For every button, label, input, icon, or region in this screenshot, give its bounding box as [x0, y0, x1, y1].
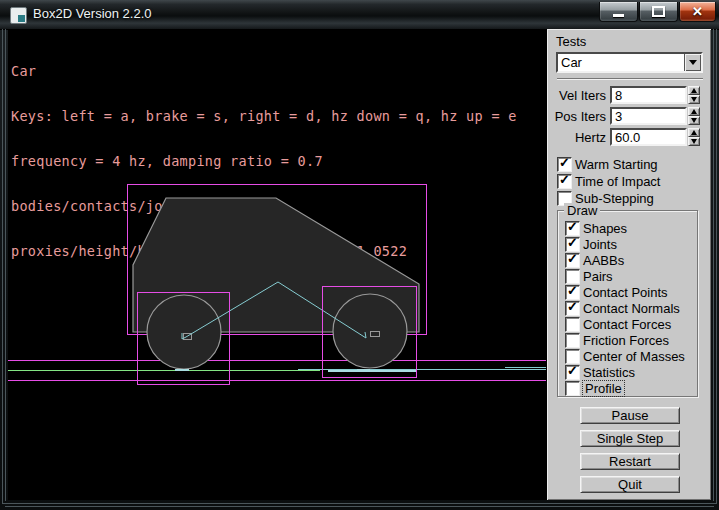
pos-iters-row: Pos Iters — [547, 107, 711, 125]
vel-iters-input[interactable] — [610, 86, 687, 104]
checkbox-label: Contact Forces — [583, 317, 671, 332]
pos-iters-label: Pos Iters — [547, 109, 606, 124]
checkbox-icon — [565, 349, 580, 364]
vel-iters-row: Vel Iters — [547, 86, 711, 104]
checkbox-label: Contact Points — [583, 285, 668, 300]
arrow-down-icon — [691, 139, 697, 144]
arrow-down-icon — [691, 118, 697, 123]
window-controls: ✕ — [599, 2, 716, 22]
checkbox-icon — [565, 381, 580, 396]
maximize-button[interactable] — [639, 2, 678, 22]
minimize-icon — [613, 14, 624, 17]
spinner-down-button[interactable] — [688, 95, 700, 104]
checkbox-icon — [565, 237, 580, 252]
control-panel: Tests Car Vel Iters Pos Iters — [547, 29, 711, 500]
checkbox-icon — [565, 285, 580, 300]
app-icon — [10, 7, 27, 24]
checkbox-label: Pairs — [583, 269, 613, 284]
client-area: Car Keys: left = a, brake = s, right = d… — [8, 29, 711, 500]
spinner-down-button[interactable] — [688, 116, 700, 125]
minimize-button[interactable] — [599, 2, 638, 22]
checkbox-label: Warm Starting — [575, 157, 658, 172]
checkbox-icon — [565, 333, 580, 348]
spinner-down-button[interactable] — [688, 137, 700, 146]
checkbox-label: Joints — [583, 237, 617, 252]
arrow-up-icon — [691, 88, 697, 93]
button-label: Restart — [609, 454, 651, 469]
checkbox-icon — [565, 365, 580, 380]
vel-iters-spinner — [688, 86, 700, 104]
dropdown-arrow-button[interactable] — [684, 54, 701, 71]
window-frame — [2, 29, 3, 503]
draw-group: Draw Shapes Joints AABBs Pairs — [557, 210, 698, 397]
wheel-left — [147, 295, 221, 369]
app-window: Box2D Version 2.2.0 ✕ Car Keys: left = a… — [0, 0, 719, 510]
window-title: Box2D Version 2.2.0 — [33, 6, 152, 21]
checkbox-icon — [565, 301, 580, 316]
simulation-canvas[interactable]: Car Keys: left = a, brake = s, right = d… — [8, 29, 547, 500]
checkbox-label: Center of Masses — [583, 349, 685, 364]
quit-button[interactable]: Quit — [580, 476, 680, 493]
window-frame — [5, 29, 6, 501]
spinner-up-button[interactable] — [688, 107, 700, 116]
checkbox-label: Friction Forces — [583, 333, 669, 348]
vel-iters-label: Vel Iters — [547, 88, 606, 103]
tests-dropdown[interactable]: Car — [556, 52, 703, 73]
arrow-up-icon — [691, 130, 697, 135]
draw-group-title: Draw — [564, 203, 600, 218]
checkbox-label: Time of Impact — [575, 174, 660, 189]
checkbox-label: Profile — [583, 381, 624, 396]
arrow-up-icon — [691, 109, 697, 114]
window-frame — [716, 29, 717, 503]
checkbox-icon — [565, 269, 580, 284]
pause-button[interactable]: Pause — [580, 407, 680, 424]
debug-draw-scene — [8, 29, 547, 500]
hertz-input[interactable] — [610, 128, 687, 146]
titlebar[interactable]: Box2D Version 2.2.0 ✕ — [0, 0, 719, 30]
checkbox-icon — [557, 157, 572, 172]
window-frame — [5, 506, 714, 507]
checkbox-label: Contact Normals — [583, 301, 680, 316]
chevron-down-icon — [689, 60, 697, 65]
checkbox-icon — [565, 317, 580, 332]
window-frame — [2, 503, 717, 504]
single-step-button[interactable]: Single Step — [580, 430, 680, 447]
hertz-spinner — [688, 128, 700, 146]
close-button[interactable]: ✕ — [679, 2, 716, 22]
arrow-down-icon — [691, 97, 697, 102]
app-icon-glyph — [18, 15, 25, 22]
spinner-up-button[interactable] — [688, 128, 700, 137]
hertz-label: Hertz — [547, 130, 606, 145]
spinner-up-button[interactable] — [688, 86, 700, 95]
checkbox-icon — [565, 253, 580, 268]
checkbox-icon — [565, 221, 580, 236]
tests-dropdown-value: Car — [561, 55, 582, 70]
button-label: Quit — [618, 477, 642, 492]
maximize-icon — [652, 6, 665, 17]
pos-iters-input[interactable] — [610, 107, 687, 125]
button-label: Pause — [612, 408, 649, 423]
hertz-row: Hertz — [547, 128, 711, 146]
pos-iters-spinner — [688, 107, 700, 125]
window-frame — [713, 29, 714, 501]
checkbox-label: Shapes — [583, 221, 627, 236]
button-label: Single Step — [597, 431, 664, 446]
checkbox-label: AABBs — [583, 253, 624, 268]
checkbox-label: Statistics — [583, 365, 635, 380]
restart-button[interactable]: Restart — [580, 453, 680, 470]
close-icon: ✕ — [692, 3, 703, 20]
tests-label: Tests — [556, 34, 586, 49]
checkbox-icon — [557, 174, 572, 189]
separator — [557, 78, 703, 80]
